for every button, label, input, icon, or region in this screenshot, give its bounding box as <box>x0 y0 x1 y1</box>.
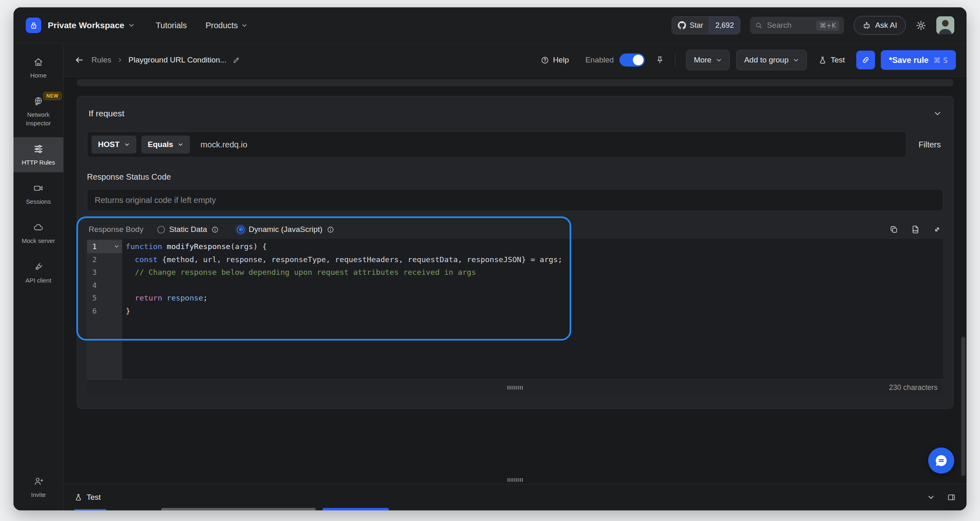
toolbar-actions: Help Enabled More <box>541 50 956 70</box>
back-arrow-icon[interactable] <box>74 55 84 65</box>
gear-icon[interactable] <box>915 20 927 31</box>
add-to-group-button[interactable]: Add to group <box>736 50 807 70</box>
code-line[interactable]: function modifyResponse(args) { <box>126 240 943 253</box>
test-label: Test <box>831 56 845 65</box>
info-icon[interactable] <box>211 226 219 234</box>
line-number[interactable]: 1 <box>87 240 122 253</box>
condition-key-select[interactable]: HOST <box>91 136 136 154</box>
help-button[interactable]: Help <box>541 56 569 65</box>
chevron-down-icon <box>178 142 183 147</box>
save-rule-label: *Save rule <box>889 56 929 65</box>
nav-products[interactable]: Products <box>206 21 248 30</box>
chat-fab-button[interactable] <box>928 448 954 474</box>
breadcrumb-current: Playground URL Condition... <box>129 56 227 65</box>
panel-layout-icon[interactable] <box>947 493 956 502</box>
top-header: Private Workspace Tutorials Products <box>13 7 967 44</box>
chevron-right-icon <box>117 57 123 63</box>
raw-file-icon[interactable]: RAW <box>911 225 920 234</box>
sidebar-item-api-client[interactable]: API client <box>13 255 63 290</box>
code-line[interactable]: } <box>126 305 943 318</box>
code-editor[interactable]: 123456 function modifyResponse(args) { c… <box>87 239 943 379</box>
panel-resize-handle[interactable] <box>508 478 523 482</box>
line-number[interactable]: 3 <box>87 266 122 279</box>
enabled-label: Enabled <box>585 56 614 65</box>
nav-tutorials-label: Tutorials <box>156 21 187 30</box>
save-rule-shortcut: ⌘ S <box>933 56 948 65</box>
desktop: Private Workspace Tutorials Products <box>0 0 980 521</box>
search-box[interactable]: ⌘+K <box>750 17 844 34</box>
workspace-lock-badge[interactable] <box>26 18 41 33</box>
sidebar-item-label: API client <box>25 276 51 285</box>
editor-resize-handle[interactable] <box>508 386 523 390</box>
chevron-down-icon <box>241 22 247 29</box>
sidebar-item-sessions[interactable]: Sessions <box>13 176 63 212</box>
chevron-down-icon <box>128 22 135 29</box>
vertical-scrollbar[interactable] <box>961 337 965 476</box>
bottom-scroll-track[interactable] <box>161 508 316 510</box>
status-code-label: Response Status Code <box>87 172 943 182</box>
link-icon <box>861 56 870 65</box>
info-icon[interactable] <box>327 226 334 234</box>
app-window: Private Workspace Tutorials Products <box>13 7 967 510</box>
rule-editor-content: If request HOST <box>64 77 967 476</box>
sidebar-item-http-rules[interactable]: HTTP Rules <box>13 137 63 172</box>
sidebar-item-home[interactable]: Home <box>13 50 63 85</box>
sidebar-items: HomeNetwork inspectorNEWHTTP RulesSessio… <box>13 50 63 294</box>
nav-products-label: Products <box>206 21 238 30</box>
condition-value-input[interactable]: mock.redq.io <box>200 140 247 149</box>
help-icon <box>541 56 549 65</box>
github-icon <box>678 21 686 29</box>
condition-operator-label: Equals <box>148 140 173 149</box>
chevron-down-icon[interactable] <box>927 494 935 501</box>
breadcrumb-rules[interactable]: Rules <box>91 56 111 65</box>
line-number[interactable]: 6 <box>87 305 122 318</box>
editor-lines[interactable]: function modifyResponse(args) { const {m… <box>122 239 943 379</box>
header-nav: Tutorials Products <box>156 21 248 30</box>
expand-icon[interactable] <box>933 225 942 234</box>
search-shortcut: ⌘+K <box>816 20 839 31</box>
pin-icon[interactable] <box>655 56 664 65</box>
code-line[interactable]: const {method, url, response, responseTy… <box>126 253 943 266</box>
test-button[interactable]: Test <box>818 56 845 65</box>
sidebar-item-label: Mock server <box>22 237 55 245</box>
more-button[interactable]: More <box>686 50 730 70</box>
line-number[interactable]: 5 <box>87 292 122 305</box>
nav-tutorials[interactable]: Tutorials <box>156 21 187 30</box>
avatar[interactable] <box>936 16 954 34</box>
fold-chevron-icon[interactable] <box>114 244 119 249</box>
chevron-down-icon <box>793 57 799 63</box>
github-star-button[interactable]: Star 2,692 <box>672 16 740 34</box>
bottom-scroll-thumb[interactable] <box>323 508 389 510</box>
edit-pencil-icon[interactable] <box>232 56 240 64</box>
dynamic-js-radio[interactable]: Dynamic (JavaScript) <box>237 225 334 234</box>
editor-footer: 230 characters <box>87 379 943 395</box>
sidebar-item-label: Invite <box>31 491 46 499</box>
chevron-down-icon[interactable] <box>933 109 942 118</box>
search-input[interactable] <box>766 20 813 30</box>
radio-on-icon <box>237 226 245 234</box>
share-link-button[interactable] <box>856 51 875 69</box>
code-line[interactable] <box>126 279 943 292</box>
robot-icon <box>862 21 871 30</box>
code-line[interactable]: // Change response below depending upon … <box>126 266 943 279</box>
sidebar-item-network-inspector[interactable]: Network inspectorNEW <box>13 89 63 133</box>
sidebar-item-mock-server[interactable]: Mock server <box>13 216 63 251</box>
condition-operator-select[interactable]: Equals <box>141 136 190 154</box>
filters-button[interactable]: Filters <box>919 140 941 149</box>
static-data-radio[interactable]: Static Data <box>157 225 219 234</box>
test-panel-tab[interactable]: Test <box>74 484 101 510</box>
enabled-toggle[interactable] <box>619 53 645 67</box>
static-data-label: Static Data <box>169 225 207 234</box>
workspace-selector[interactable]: Private Workspace <box>48 20 125 30</box>
code-line[interactable]: return response; <box>126 292 943 305</box>
github-star-count: 2,692 <box>709 17 740 34</box>
section-header[interactable]: If request <box>77 96 953 129</box>
save-rule-button[interactable]: *Save rule ⌘ S <box>881 50 956 70</box>
status-code-input[interactable] <box>87 189 943 211</box>
sidebar-item-invite[interactable]: Invite <box>13 470 63 505</box>
ask-ai-button[interactable]: Ask AI <box>854 16 906 35</box>
chevron-down-icon <box>716 57 722 63</box>
line-number[interactable]: 4 <box>87 279 122 292</box>
line-number[interactable]: 2 <box>87 253 122 266</box>
copy-icon[interactable] <box>889 225 898 234</box>
